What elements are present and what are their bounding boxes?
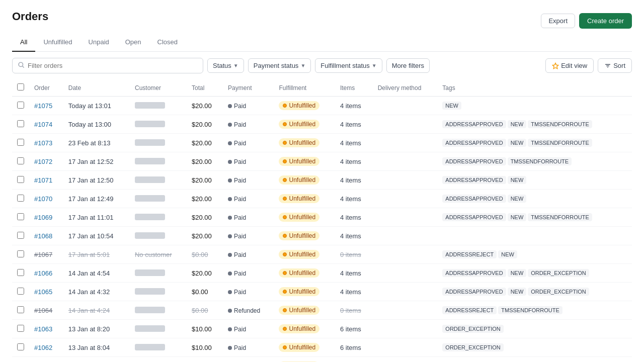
order-items: 0 items (335, 245, 373, 264)
order-date: 17 Jan at 12:52 (63, 152, 130, 171)
payment-status-filter-button[interactable]: Payment status ▼ (248, 58, 311, 73)
row-checkbox[interactable] (17, 176, 24, 183)
tab-open[interactable]: Open (117, 33, 149, 52)
order-delivery (373, 264, 438, 283)
tag: NEW (442, 102, 461, 110)
tag: ADDRESSAPPROVED (442, 120, 506, 128)
export-button[interactable]: Export (541, 14, 575, 28)
row-checkbox[interactable] (17, 120, 24, 127)
order-id[interactable]: #1066 (34, 269, 52, 277)
order-id[interactable]: #1074 (34, 121, 52, 128)
order-id[interactable]: #1073 (34, 139, 52, 147)
tab-all[interactable]: All (12, 33, 35, 52)
order-payment: Refunded (223, 301, 274, 320)
order-fulfillment: Unfulfilled (274, 171, 335, 190)
table-row: #106213 Jan at 8:04 $10.00PaidUnfulfille… (12, 338, 632, 357)
order-delivery (373, 208, 438, 227)
order-items: 4 items (335, 134, 373, 152)
sort-button[interactable]: Sort (598, 58, 632, 73)
chevron-down-icon: ▼ (300, 63, 305, 68)
order-date: 14 Jan at 4:32 (63, 283, 130, 301)
order-delivery (373, 301, 438, 320)
order-date: 14 Jan at 4:54 (63, 264, 130, 283)
order-id[interactable]: #1063 (34, 325, 52, 333)
table-row: #106917 Jan at 11:01 $20.00PaidUnfulfill… (12, 208, 632, 227)
order-total: $0.00 (187, 283, 223, 301)
edit-view-button[interactable]: Edit view (545, 58, 594, 73)
search-input[interactable] (28, 62, 198, 69)
order-date: 17 Jan at 5:01 (63, 245, 130, 264)
order-tags: ADDRESSAPPROVEDNEWTMSSENDFORROUTE (437, 115, 632, 134)
table-row: #107217 Jan at 12:52 $20.00PaidUnfulfill… (12, 152, 632, 171)
order-payment: Paid (223, 97, 274, 115)
select-all-checkbox[interactable] (17, 83, 24, 90)
tag: NEW (498, 250, 517, 258)
row-checkbox[interactable] (17, 343, 24, 350)
row-checkbox[interactable] (17, 250, 24, 257)
table-row: #106514 Jan at 4:32 $0.00PaidUnfulfilled… (12, 283, 632, 301)
tab-unfulfilled[interactable]: Unfulfilled (35, 33, 80, 52)
order-items: 0 items (335, 301, 373, 320)
tag: ADDRESSAPPROVED (442, 176, 506, 184)
order-id[interactable]: #1065 (34, 288, 52, 296)
order-total: $20.00 (187, 208, 223, 227)
order-items: 4 items (335, 283, 373, 301)
order-delivery (373, 134, 438, 152)
svg-line-1 (22, 66, 24, 67)
tag: TMSSENDFORROUTE (528, 139, 592, 147)
row-checkbox[interactable] (17, 232, 24, 239)
row-checkbox[interactable] (17, 195, 24, 202)
order-items: 6 items (335, 320, 373, 338)
order-fulfillment: Unfulfilled (274, 283, 335, 301)
order-fulfillment: Unfulfilled (274, 134, 335, 152)
order-id[interactable]: #1071 (34, 176, 52, 184)
order-date: 23 Feb at 8:13 (63, 134, 130, 152)
more-filters-button[interactable]: More filters (386, 58, 430, 73)
order-tags: ADDRESSREJECTTMSSENDFORROUTE (437, 301, 632, 320)
order-customer: No customer (130, 245, 187, 264)
status-filter-button[interactable]: Status ▼ (207, 58, 244, 73)
order-id[interactable]: #1062 (34, 344, 52, 351)
order-date: 14 Jan at 4:24 (63, 301, 130, 320)
order-fulfillment: Unfulfilled (274, 208, 335, 227)
row-checkbox[interactable] (17, 306, 24, 313)
row-checkbox[interactable] (17, 325, 24, 332)
row-checkbox[interactable] (17, 139, 24, 146)
table-row: #106817 Jan at 10:54 $20.00PaidUnfulfill… (12, 227, 632, 245)
tag: ADDRESSREJECT (442, 250, 497, 258)
order-fulfillment: Unfulfilled (274, 338, 335, 357)
order-tags: NEW (437, 97, 632, 115)
row-checkbox[interactable] (17, 213, 24, 220)
order-customer (130, 171, 187, 190)
tag: ORDER_EXCEPTION (528, 288, 589, 296)
tabs-bar: All Unfulfilled Unpaid Open Closed (12, 33, 632, 52)
order-id[interactable]: #1075 (34, 102, 52, 110)
order-tags: ADDRESSAPPROVEDNEWORDER_EXCEPTION (437, 283, 632, 301)
create-order-button[interactable]: Create order (579, 13, 632, 29)
order-delivery (373, 357, 438, 363)
order-payment: Paid (223, 152, 274, 171)
toolbar: Status ▼ Payment status ▼ Fulfillment st… (12, 52, 632, 79)
order-tags: ADDRESSAPPROVEDNEWTMSSENDFORROUTE (437, 134, 632, 152)
order-id[interactable]: #1068 (34, 232, 52, 240)
tab-closed[interactable]: Closed (149, 33, 186, 52)
order-date: 17 Jan at 12:50 (63, 171, 130, 190)
order-tags: ADDRESSAPPROVEDTMSSENDFORROUTE (437, 152, 632, 171)
fulfillment-status-filter-button[interactable]: Fulfillment status ▼ (315, 58, 382, 73)
order-id: #1067 (34, 251, 52, 258)
row-checkbox[interactable] (17, 102, 24, 109)
chevron-down-icon: ▼ (372, 63, 377, 68)
row-checkbox[interactable] (17, 288, 24, 295)
order-fulfillment: Unfulfilled (274, 264, 335, 283)
order-id[interactable]: #1069 (34, 214, 52, 221)
tag: ADDRESSAPPROVED (442, 269, 506, 277)
order-payment: Paid (223, 357, 274, 363)
tag: ORDER_EXCEPTION (442, 343, 503, 351)
row-checkbox[interactable] (17, 157, 24, 164)
tab-unpaid[interactable]: Unpaid (80, 33, 117, 52)
order-id[interactable]: #1072 (34, 158, 52, 165)
order-delivery (373, 97, 438, 115)
row-checkbox[interactable] (17, 269, 24, 276)
order-id[interactable]: #1070 (34, 195, 52, 203)
order-payment: Paid (223, 190, 274, 208)
